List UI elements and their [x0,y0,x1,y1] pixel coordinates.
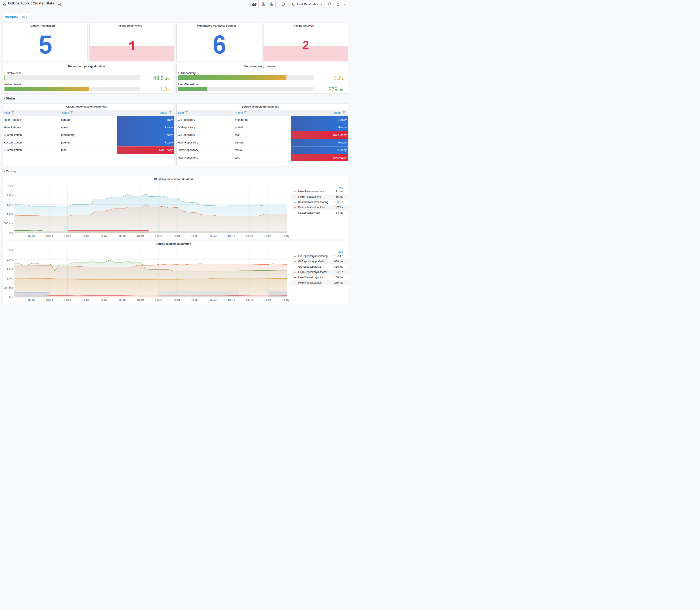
svg-text:1.5 s: 1.5 s [6,203,13,206]
svg-text:2.0 s: 2.0 s [6,258,13,261]
svg-text:16:00: 16:00 [155,298,162,301]
svg-text:16:05: 16:05 [246,298,253,301]
svg-text:16:07: 16:07 [282,234,290,237]
svg-text:15:53: 15:53 [28,298,35,301]
svg-text:16:04: 16:04 [228,234,235,237]
svg-text:500 ms: 500 ms [3,286,13,289]
svg-text:16:02: 16:02 [191,298,198,301]
svg-text:15:58: 15:58 [118,234,126,237]
svg-text:16:01: 16:01 [173,234,180,237]
svg-text:0 s: 0 s [9,296,13,299]
svg-text:16:03: 16:03 [209,298,216,301]
svg-text:15:57: 15:57 [100,298,108,301]
svg-text:16:07: 16:07 [282,298,290,301]
svg-text:16:06: 16:06 [264,298,271,301]
svg-text:16:05: 16:05 [246,234,253,237]
svg-text:500 ms: 500 ms [3,222,13,225]
svg-text:15:54: 15:54 [46,234,53,237]
svg-text:16:06: 16:06 [264,234,271,237]
svg-text:15:53: 15:53 [28,234,35,237]
svg-text:0 s: 0 s [9,231,13,234]
svg-text:15:55: 15:55 [64,298,71,301]
svg-text:16:01: 16:01 [173,298,180,301]
svg-text:15:55: 15:55 [64,234,71,237]
svg-text:2.5 s: 2.5 s [6,184,13,188]
svg-text:16:00: 16:00 [155,234,162,237]
svg-text:15:59: 15:59 [137,234,144,237]
svg-text:16:04: 16:04 [228,298,235,301]
svg-text:16:03: 16:03 [209,234,216,237]
svg-text:15:57: 15:57 [100,234,108,237]
svg-text:15:59: 15:59 [137,298,144,301]
svg-text:15:58: 15:58 [118,298,126,301]
svg-text:15:56: 15:56 [82,234,89,237]
svg-text:1.0 s: 1.0 s [6,212,13,215]
svg-text:2.0 s: 2.0 s [6,194,13,197]
svg-text:1.0 s: 1.0 s [6,277,13,280]
svg-text:15:54: 15:54 [46,298,53,301]
svg-text:16:02: 16:02 [191,234,198,237]
svg-text:15:56: 15:56 [82,298,89,301]
svg-text:1.5 s: 1.5 s [6,267,13,271]
svg-text:2.5 s: 2.5 s [6,248,13,252]
